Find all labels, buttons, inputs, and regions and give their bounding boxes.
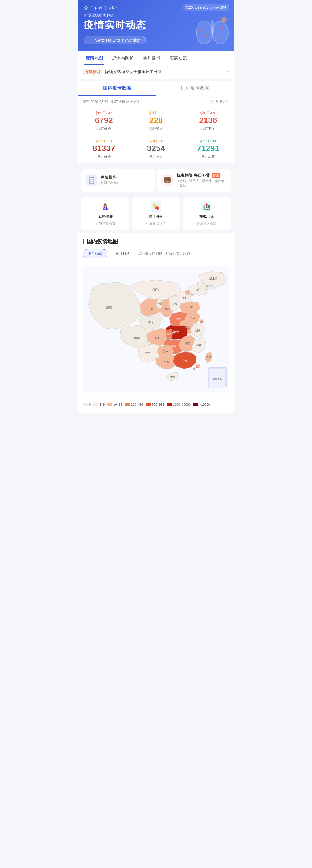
svg-text:内蒙古: 内蒙古 bbox=[152, 288, 160, 290]
stat-current-confirmed: 较昨日-647 6792 现存确诊 bbox=[78, 107, 130, 135]
service-section-row2: 🤱 母婴健康 在家孕育指南 💊 线上开药 快递送货上门 🏥 在线问诊 湖北地区免… bbox=[78, 197, 234, 234]
svg-text:重庆: 重庆 bbox=[167, 333, 171, 335]
news-text: 隐瞒发热返京女子被美雇主开除 bbox=[105, 69, 225, 74]
service-card-supplies[interactable]: 🐻 抗疫物资 每日补货 限量 消毒剂、洗手液、温度计，库存每日更新 bbox=[157, 169, 230, 191]
stat-label-5: 累计治愈 bbox=[185, 154, 232, 159]
map-section-title: 国内疫情地图 bbox=[83, 238, 229, 245]
svg-text:新疆: 新疆 bbox=[106, 306, 112, 309]
legend-label-0: 0 bbox=[89, 403, 91, 406]
maternal-icon: 🤱 bbox=[100, 201, 111, 212]
svg-point-0 bbox=[196, 21, 213, 44]
news-ticker[interactable]: 深刻教训 隐瞒发热返京女子被美雇主开除 › bbox=[78, 65, 234, 79]
svg-point-6 bbox=[217, 36, 219, 38]
service-title-consult: 在线问诊 bbox=[199, 214, 214, 219]
map-btn-total[interactable]: 累计确诊 bbox=[111, 249, 135, 258]
svg-line-10 bbox=[226, 17, 227, 18]
stat-delta-0: 较昨日-647 bbox=[80, 111, 127, 115]
svg-point-7 bbox=[222, 17, 226, 22]
svg-text:宁夏: 宁夏 bbox=[158, 302, 162, 305]
legend-color-4 bbox=[146, 403, 151, 406]
tab-epidemic-map[interactable]: 疫情地图 bbox=[81, 52, 107, 65]
china-map-container: 新疆 西藏 内蒙古 甘肃 青海 宁夏 陕西 山西 河北 bbox=[83, 263, 229, 396]
svg-text:辽宁: 辽宁 bbox=[196, 288, 201, 291]
svg-text:广东: 广东 bbox=[182, 359, 187, 362]
svg-text:青海: 青海 bbox=[148, 321, 153, 324]
svg-text:江西: 江西 bbox=[185, 342, 190, 345]
svg-point-4 bbox=[206, 34, 208, 37]
stat-delta-2: 较昨日-178 bbox=[185, 111, 232, 115]
service-title-report: 疫情报告 bbox=[100, 175, 120, 180]
legend-4: 500–999 bbox=[146, 403, 164, 406]
english-version-button[interactable]: ⇄ Switch to English Version bbox=[84, 36, 146, 44]
stat-label-3: 累计确诊 bbox=[80, 154, 127, 159]
tab-overseas-data[interactable]: 国外疫情数据 bbox=[156, 81, 234, 96]
stat-value-5: 71291 bbox=[185, 144, 232, 153]
service-subtitle-supplies: 消毒剂、洗手液、温度计，库存每日更新 bbox=[177, 179, 226, 187]
map-controls: 现存确诊 累计确诊 当前确诊病例数（排除死亡、治愈） bbox=[83, 249, 229, 258]
legend-2: 10–99 bbox=[107, 403, 122, 406]
legend-1: 1–9 bbox=[93, 403, 104, 406]
svg-text:河南: 河南 bbox=[176, 317, 181, 320]
stat-delta-5: 较昨日+744 bbox=[185, 139, 232, 143]
svg-point-1 bbox=[212, 21, 228, 44]
tab-disease-knowledge[interactable]: 疾病知识 bbox=[165, 52, 191, 65]
header: ✿ 丁香园·丁香医生 3,207,683,801 人次已浏览 新型冠状病毒肺炎 … bbox=[78, 0, 234, 52]
service-card-maternal[interactable]: 🤱 母婴健康 在家孕育指南 bbox=[82, 197, 129, 230]
title-bar bbox=[83, 239, 84, 244]
service-card-report[interactable]: 📋 疫情报告 每周五晚发布 bbox=[82, 169, 155, 191]
svg-text:香港: 香港 bbox=[196, 365, 200, 367]
legend-label-3: 100–499 bbox=[131, 403, 143, 406]
legend-5: 1000–10000 bbox=[167, 403, 191, 406]
legend-color-0 bbox=[83, 403, 88, 406]
legend-6: >10000 bbox=[193, 403, 210, 406]
map-btn-current[interactable]: 现存确诊 bbox=[83, 249, 107, 258]
service-title-supplies: 抗疫物资 每日补货 限量 bbox=[177, 173, 226, 178]
svg-text:甘肃: 甘肃 bbox=[148, 307, 153, 310]
map-title-text: 国内疫情地图 bbox=[87, 238, 118, 245]
legend-label-5: 1000–10000 bbox=[173, 403, 191, 406]
legend-color-3 bbox=[125, 403, 130, 406]
view-count: 3,207,683,801 人次已浏览 bbox=[183, 4, 229, 11]
stat-total-recovered: 较昨日+744 71291 累计治愈 bbox=[182, 135, 234, 163]
svg-text:海南: 海南 bbox=[170, 375, 176, 378]
consult-icon: 🏥 bbox=[201, 201, 212, 212]
medicine-icon: 💊 bbox=[151, 201, 161, 212]
tab-domestic-data[interactable]: 国内疫情数据 bbox=[78, 81, 156, 96]
service-title-medicine: 线上开药 bbox=[149, 214, 163, 219]
stat-value-3: 81337 bbox=[80, 144, 127, 153]
svg-text:山西: 山西 bbox=[172, 303, 177, 305]
data-help[interactable]: ? 数据说明 bbox=[210, 99, 229, 104]
english-btn-label: Switch to English Version bbox=[95, 38, 141, 42]
legend-label-4: 500–999 bbox=[152, 403, 164, 406]
service-info-report: 疫情报告 每周五晚发布 bbox=[100, 175, 120, 185]
svg-point-3 bbox=[199, 28, 202, 31]
stat-value-4: 3254 bbox=[132, 144, 179, 153]
stat-value-0: 6792 bbox=[80, 116, 127, 125]
svg-text:云南: 云南 bbox=[145, 351, 151, 354]
map-legend: 0 1–9 10–99 100–499 500–999 1000–10000 >… bbox=[83, 400, 229, 408]
supplies-icon: 🐻 bbox=[161, 175, 173, 186]
svg-line-11 bbox=[226, 21, 227, 23]
svg-text:沪: 沪 bbox=[200, 320, 202, 323]
service-card-online-consult[interactable]: 🏥 在线问诊 湖北地区免费 bbox=[183, 197, 230, 230]
data-meta: 截至 2020-03-20 16:37 全国数据统计 ? 数据说明 bbox=[78, 96, 234, 107]
svg-text:台湾: 台湾 bbox=[207, 356, 211, 359]
legend-color-5 bbox=[167, 403, 172, 406]
help-label: 数据说明 bbox=[216, 99, 229, 104]
report-icon: 📋 bbox=[86, 175, 97, 186]
service-subtitle-medicine: 快递送货上门 bbox=[147, 222, 165, 226]
svg-text:福建: 福建 bbox=[196, 344, 201, 347]
svg-text:湖北: 湖北 bbox=[173, 331, 179, 334]
legend-label-2: 10–99 bbox=[113, 403, 122, 406]
svg-rect-2 bbox=[211, 20, 214, 34]
svg-text:山东: 山东 bbox=[187, 306, 193, 309]
service-card-online-medicine[interactable]: 💊 线上开药 快递送货上门 bbox=[132, 197, 180, 230]
map-description: 当前确诊病例数（排除死亡、治愈） bbox=[138, 251, 193, 256]
legend-color-1 bbox=[93, 403, 98, 406]
svg-text:黑龙江: 黑龙江 bbox=[210, 277, 217, 280]
tab-live-broadcast[interactable]: 实时播报 bbox=[138, 52, 165, 65]
tab-rumor-prevention[interactable]: 辟谣与防护 bbox=[107, 52, 138, 65]
svg-text:北京: 北京 bbox=[185, 291, 189, 294]
stat-value-1: 228 bbox=[132, 116, 179, 125]
stat-delta-1: 较昨日+39 bbox=[132, 111, 179, 115]
